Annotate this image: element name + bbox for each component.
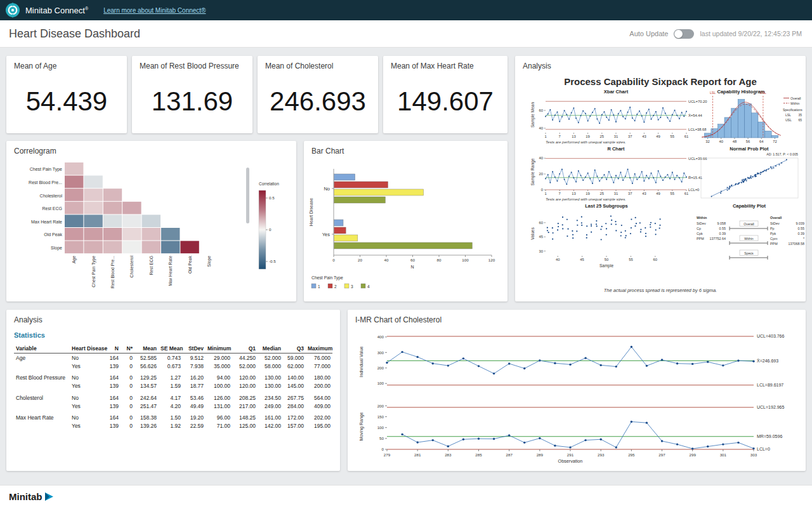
prob-point xyxy=(747,177,749,178)
x-tick-label: 285 xyxy=(475,453,482,457)
data-point xyxy=(545,116,546,117)
prob-point xyxy=(778,164,780,166)
chart-title: Capability Plot xyxy=(733,203,766,209)
subgroup-point xyxy=(635,217,636,218)
sixpack-title: Process Capability Sixpack Report for Ag… xyxy=(564,76,757,87)
data-point xyxy=(539,359,540,361)
table-cell: 284.00 xyxy=(283,402,306,410)
column-label: Rest ECG xyxy=(149,256,154,275)
table-cell: 35.000 xyxy=(206,362,232,370)
data-point xyxy=(580,175,582,176)
data-point xyxy=(615,446,617,448)
subgroup-point xyxy=(601,226,603,227)
data-point xyxy=(611,176,612,178)
table-cell: 100.00 xyxy=(206,382,232,390)
learn-more-link[interactable]: Learn more about Minitab Connect® xyxy=(103,7,206,14)
table-cell: 1.27 xyxy=(159,370,183,382)
correlation-cell xyxy=(122,202,141,215)
subgroup-point xyxy=(655,229,657,230)
subgroup-point xyxy=(577,220,578,221)
column-label: Old Peak xyxy=(188,255,192,274)
data-point xyxy=(573,107,574,109)
subgroup-point xyxy=(562,224,563,225)
subgroup-point xyxy=(552,227,553,228)
row-label: Slope xyxy=(51,246,62,251)
subgroup-point xyxy=(606,228,607,229)
subgroup-point xyxy=(558,223,559,224)
bar-chest-pain-4 xyxy=(334,197,386,203)
minitab-logo-text: Minitab xyxy=(9,491,43,502)
data-point xyxy=(627,169,629,170)
ucl-label: UCL=403.766 xyxy=(757,334,785,338)
table-cell: 131.00 xyxy=(206,402,232,410)
data-point xyxy=(676,362,678,364)
kpi-card-mean-rest-blood-pressure: Mean of Rest Blood Pressure 131.69 xyxy=(132,56,252,133)
x-tick-label: 49 xyxy=(656,135,660,138)
table-cell: Cholesterol xyxy=(14,390,70,402)
within-stats-title: Within xyxy=(697,216,707,220)
correlation-cell xyxy=(65,176,83,188)
y-tick-label: 30 xyxy=(539,249,543,253)
data-point xyxy=(557,112,558,113)
x-tick-label: 40 xyxy=(719,140,723,143)
data-point xyxy=(566,183,567,185)
data-point xyxy=(686,111,687,112)
data-point xyxy=(672,172,673,173)
subgroup-point xyxy=(655,234,656,235)
data-point xyxy=(618,113,619,114)
column-label: Cholesterol xyxy=(129,256,134,278)
row-label: Rest ECG xyxy=(42,206,62,211)
data-point xyxy=(641,116,643,117)
subgroup-point xyxy=(659,227,660,228)
table-cell: 148.25 xyxy=(232,410,258,422)
table-cell: 249.00 xyxy=(258,402,283,410)
prob-point xyxy=(750,175,752,176)
x-tick-label: 7 xyxy=(559,192,561,195)
data-point xyxy=(629,177,631,178)
subgroup-point xyxy=(620,235,622,236)
subgroup-point xyxy=(547,230,548,231)
table-cell: Rest Blood Pressure xyxy=(14,370,70,382)
correlation-cell xyxy=(180,241,199,254)
correlation-cell xyxy=(142,228,160,241)
auto-update-toggle[interactable] xyxy=(674,29,694,39)
subgroup-point xyxy=(621,225,622,226)
subgroup-point xyxy=(620,232,622,233)
table-cell: 164 xyxy=(104,390,121,402)
bar-chest-pain-2 xyxy=(334,227,346,234)
correlation-cell xyxy=(84,228,102,241)
legend-title: Chest Pain Type xyxy=(311,275,343,281)
table-cell: 94.00 xyxy=(206,370,232,382)
data-point xyxy=(568,176,570,177)
x-tick-label: 61 xyxy=(684,192,688,195)
table-cell: 208.25 xyxy=(232,390,258,402)
data-point xyxy=(462,357,464,359)
data-point xyxy=(432,439,434,441)
subgroup-point xyxy=(576,230,577,232)
x-tick-label: 55 xyxy=(671,135,674,138)
subgroup-point xyxy=(615,223,617,225)
table-cell: 0.743 xyxy=(159,354,183,362)
data-point xyxy=(686,176,687,178)
prob-point xyxy=(771,168,773,169)
overall-stat-value: 0.55 xyxy=(798,227,805,230)
x-tick-label: 50 xyxy=(605,258,608,261)
data-point xyxy=(599,180,600,182)
data-point xyxy=(613,182,614,183)
overall-stat-label: Pp xyxy=(770,227,775,230)
x-tick-label: 13 xyxy=(572,192,575,195)
data-point xyxy=(580,115,582,116)
prob-point xyxy=(746,180,747,182)
y-tick-label: 100 xyxy=(377,381,384,385)
ucl-label: UCL=70.20 xyxy=(688,100,707,103)
minitab-connect-logo-icon xyxy=(5,3,20,18)
auto-update-label: Auto Update xyxy=(629,30,668,37)
table-cell: 125.00 xyxy=(232,422,258,430)
correlation-cell xyxy=(142,215,160,227)
table-cell: 1.50 xyxy=(159,410,183,422)
within-stat-label: Cpk xyxy=(697,232,703,235)
within-stat-value: 137752.64 xyxy=(710,237,726,241)
table-cell: 564.00 xyxy=(306,390,332,402)
subgroup-point xyxy=(625,230,626,232)
x-tick-label: 43 xyxy=(642,135,646,138)
